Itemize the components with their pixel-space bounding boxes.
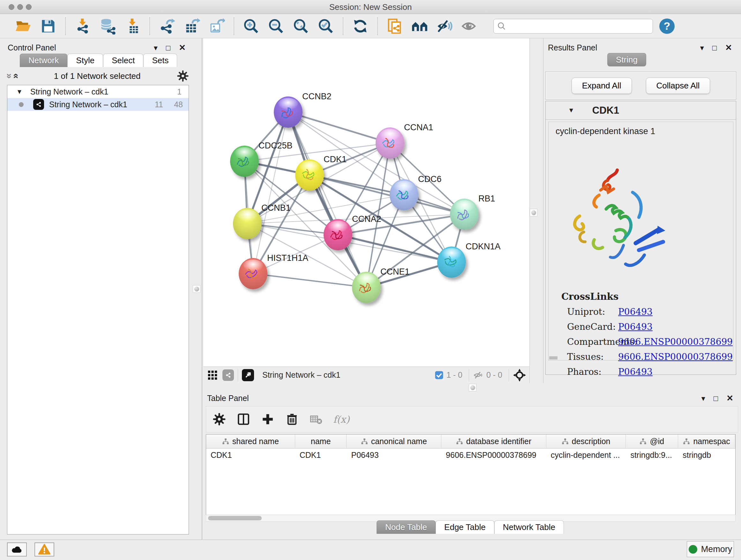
panel-close-icon[interactable]: ✕ bbox=[179, 43, 186, 53]
crosslink-link[interactable]: 9606.ENSP00000378699 bbox=[618, 352, 733, 362]
column-header-canonical-name[interactable]: canonical name bbox=[347, 435, 441, 448]
panel-float-icon[interactable]: ▾ bbox=[700, 44, 704, 52]
memory-button[interactable]: Memory bbox=[687, 541, 734, 557]
tab-network[interactable]: Network bbox=[20, 54, 67, 67]
collapse-caret-icon[interactable]: ▼ bbox=[568, 107, 575, 114]
column-header-name[interactable]: name bbox=[295, 435, 347, 448]
table-hscroll-thumb[interactable] bbox=[208, 516, 262, 520]
panel-float-icon[interactable]: ▾ bbox=[154, 44, 158, 52]
splitter-handle[interactable] bbox=[469, 384, 476, 391]
collapse-all-button[interactable]: Collapse All bbox=[646, 78, 711, 94]
table-cell[interactable]: cyclin-dependent ... bbox=[546, 449, 626, 461]
import-network-file-icon[interactable] bbox=[74, 18, 91, 35]
search-box[interactable] bbox=[493, 19, 653, 34]
delete-column-trash-icon[interactable] bbox=[285, 413, 299, 426]
birdseye-view-icon[interactable] bbox=[242, 369, 254, 381]
network-node-ccna2[interactable] bbox=[324, 219, 352, 250]
results-hscroll-thumb[interactable] bbox=[549, 356, 557, 360]
network-node-ccne1[interactable] bbox=[352, 272, 381, 303]
table-row[interactable]: CDK1CDK1P064939606.ENSP00000378699cyclin… bbox=[206, 449, 735, 461]
network-node-cdc6[interactable] bbox=[390, 179, 418, 210]
panel-maximize-icon[interactable]: □ bbox=[166, 44, 171, 52]
network-row[interactable]: String Network – cdk1 11 48 bbox=[7, 98, 189, 111]
table-options-gear-icon[interactable] bbox=[212, 413, 226, 426]
table-cell[interactable]: 9606.ENSP00000378699 bbox=[441, 449, 546, 461]
function-builder-icon[interactable]: f(x) bbox=[333, 414, 349, 425]
import-network-database-icon[interactable] bbox=[99, 18, 116, 35]
zoom-out-icon[interactable] bbox=[268, 18, 284, 35]
tab-select[interactable]: Select bbox=[103, 54, 143, 67]
panel-close-icon[interactable]: ✕ bbox=[726, 393, 733, 403]
window-close-button[interactable] bbox=[9, 4, 14, 10]
show-columns-icon[interactable] bbox=[237, 413, 250, 426]
crosslink-link[interactable]: P06493 bbox=[618, 321, 653, 332]
save-session-icon[interactable] bbox=[40, 18, 57, 35]
warnings-button[interactable] bbox=[35, 543, 54, 557]
help-button[interactable]: ? bbox=[659, 18, 675, 34]
fit-content-crosshair-icon[interactable] bbox=[513, 368, 526, 382]
network-options-gear-icon[interactable] bbox=[177, 70, 189, 82]
column-header-shared-name[interactable]: shared name bbox=[206, 435, 295, 448]
network-node-rb1[interactable] bbox=[450, 199, 479, 230]
tab-network-table[interactable]: Network Table bbox=[494, 520, 564, 534]
refresh-layout-icon[interactable] bbox=[352, 18, 368, 35]
collection-row[interactable]: ▼ String Network – cdk1 1 bbox=[7, 85, 189, 98]
network-node-cdkn1a[interactable] bbox=[437, 246, 466, 278]
export-table-icon[interactable] bbox=[184, 18, 200, 35]
column-header-namespac[interactable]: namespac bbox=[678, 435, 735, 448]
crosslink-link[interactable]: P06493 bbox=[618, 307, 653, 317]
tab-node-table[interactable]: Node Table bbox=[377, 520, 435, 534]
panel-close-icon[interactable]: ✕ bbox=[725, 43, 732, 53]
string-view-icon[interactable] bbox=[222, 369, 234, 381]
network-node-ccnb1[interactable] bbox=[233, 208, 262, 239]
tab-string[interactable]: String bbox=[607, 53, 646, 66]
network-node-ccna1[interactable] bbox=[376, 127, 404, 159]
crosslink-link[interactable]: P06493 bbox=[618, 367, 653, 377]
network-node-ccnb2[interactable] bbox=[274, 97, 302, 128]
network-edge[interactable] bbox=[253, 273, 366, 287]
table-cell[interactable]: CDK1 bbox=[295, 449, 347, 461]
tab-edge-table[interactable]: Edge Table bbox=[435, 520, 494, 534]
vertical-splitter[interactable] bbox=[202, 38, 202, 540]
panel-float-icon[interactable]: ▾ bbox=[701, 394, 705, 403]
network-canvas[interactable]: CCNB2CCNA1CDC25BCDK1CDC6RB1CCNB1CCNA2CDK… bbox=[203, 38, 529, 367]
first-neighbors-icon[interactable] bbox=[411, 18, 428, 35]
tab-style[interactable]: Style bbox=[67, 54, 103, 67]
window-minimize-button[interactable] bbox=[17, 4, 23, 10]
horizontal-splitter[interactable] bbox=[203, 383, 741, 392]
duplicate-network-icon[interactable] bbox=[387, 18, 403, 35]
expand-all-button[interactable]: Expand All bbox=[571, 78, 632, 94]
zoom-selected-icon[interactable] bbox=[318, 18, 334, 35]
column-header-database-identifier[interactable]: database identifier bbox=[441, 435, 546, 448]
grid-view-icon[interactable] bbox=[207, 370, 218, 381]
table-cell[interactable]: stringdb bbox=[678, 449, 735, 461]
zoom-fit-icon[interactable] bbox=[293, 18, 309, 35]
window-zoom-button[interactable] bbox=[26, 4, 31, 10]
tab-sets[interactable]: Sets bbox=[143, 54, 177, 67]
hide-selected-icon[interactable] bbox=[436, 18, 453, 35]
search-input[interactable] bbox=[507, 21, 644, 30]
network-node-cdk1[interactable] bbox=[295, 159, 324, 191]
export-image-icon[interactable] bbox=[208, 18, 225, 35]
show-all-icon[interactable] bbox=[461, 18, 478, 35]
column-header-description[interactable]: description bbox=[546, 435, 626, 448]
crosslink-link[interactable]: 9606.ENSP00000378699 bbox=[618, 336, 733, 347]
network-node-hist1h1a[interactable] bbox=[239, 258, 267, 289]
delete-table-icon[interactable] bbox=[310, 413, 322, 426]
panel-maximize-icon[interactable]: □ bbox=[712, 44, 717, 52]
network-node-cdc25b[interactable] bbox=[230, 145, 259, 177]
selected-checkbox-icon[interactable] bbox=[434, 370, 444, 380]
open-session-icon[interactable] bbox=[15, 18, 31, 35]
zoom-in-icon[interactable] bbox=[243, 18, 259, 35]
import-table-icon[interactable] bbox=[124, 18, 141, 35]
hidden-eye-icon[interactable] bbox=[473, 370, 484, 381]
collapse-caret-icon[interactable]: ▼ bbox=[16, 88, 23, 96]
table-cell[interactable]: CDK1 bbox=[206, 449, 295, 461]
column-header--id[interactable]: @id bbox=[626, 435, 678, 448]
panel-maximize-icon[interactable]: □ bbox=[714, 394, 718, 403]
table-cell[interactable]: stringdb:9... bbox=[626, 449, 678, 461]
add-column-icon[interactable] bbox=[261, 413, 274, 426]
splitter-handle[interactable] bbox=[530, 209, 537, 216]
table-cell[interactable]: P06493 bbox=[347, 449, 441, 461]
export-network-icon[interactable] bbox=[158, 18, 175, 35]
